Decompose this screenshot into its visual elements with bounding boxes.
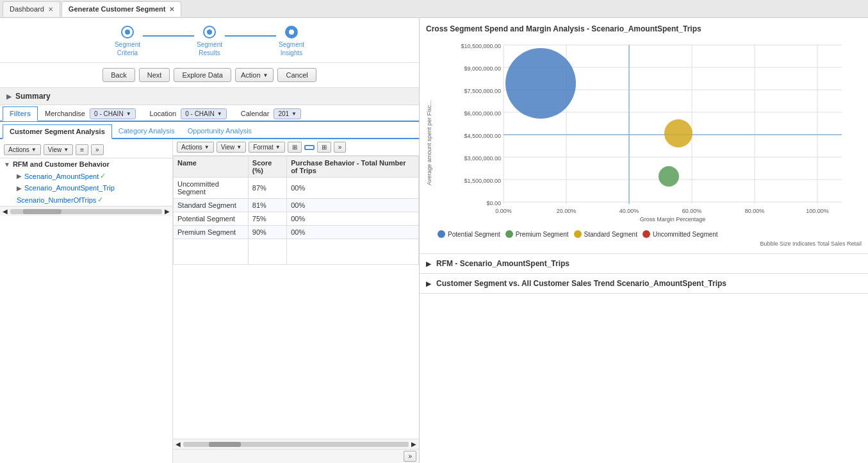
svg-text:Gross Margin Percentage: Gross Margin Percentage xyxy=(640,216,706,223)
legend-label-uncommitted: Uncommitted Segment xyxy=(653,231,718,238)
filter-tab-filters[interactable]: Filters xyxy=(3,106,38,121)
table-view-button[interactable]: View ▼ xyxy=(217,142,246,153)
content-area: Actions ▼ View ▼ ≡ » xyxy=(0,139,419,463)
table-grid-button[interactable]: ⊞ xyxy=(317,142,331,153)
table-row-empty xyxy=(174,239,419,265)
tree-view-button[interactable]: View ▼ xyxy=(44,144,73,155)
table-format-arrow-icon: ▼ xyxy=(275,144,281,150)
filter-tab-calendar[interactable]: Calendar 201 ▼ xyxy=(234,105,308,122)
summary-expand-icon: ▶ xyxy=(6,93,12,100)
svg-text:80.00%: 80.00% xyxy=(745,208,765,214)
table-row: Standard Segment 81% 00% xyxy=(174,199,419,212)
svg-text:$9,000,000.00: $9,000,000.00 xyxy=(464,65,501,72)
tree-child2-expand-icon[interactable]: ▶ xyxy=(17,185,22,192)
explore-data-button[interactable]: Explore Data xyxy=(174,68,231,82)
location-badge[interactable]: 0 - CHAIN ▼ xyxy=(181,108,226,119)
collapsible-trend-label: Customer Segment vs. All Customer Sales … xyxy=(436,279,726,288)
table-hscroll-right-icon[interactable]: ▶ xyxy=(411,441,416,448)
tab-category-analysis[interactable]: Category Analysis xyxy=(112,124,181,139)
tab-generate-segment[interactable]: Generate Customer Segment ✕ xyxy=(61,1,182,17)
filter-tab-merchandise[interactable]: Merchandise 0 - CHAIN ▼ xyxy=(38,105,143,122)
legend-label-potential: Potential Segment xyxy=(448,231,500,238)
tree-lines-button[interactable]: ≡ xyxy=(76,144,88,155)
table-hscroll-thumb[interactable] xyxy=(209,442,241,447)
cancel-button[interactable]: Cancel xyxy=(277,68,316,82)
tab-customer-segment-analysis[interactable]: Customer Segment Analysis xyxy=(3,124,112,139)
table-actions-arrow-icon: ▼ xyxy=(204,144,209,150)
svg-text:$10,500,000.00: $10,500,000.00 xyxy=(461,43,501,49)
table-actions-button[interactable]: Actions ▼ xyxy=(177,142,214,153)
calendar-badge[interactable]: 201 ▼ xyxy=(274,108,301,119)
table-panel: Actions ▼ View ▼ Format ▼ ⊞ xyxy=(173,139,419,463)
cell-score-1: 81% xyxy=(248,199,286,212)
table-hscroll-left-icon[interactable]: ◀ xyxy=(176,441,181,448)
tab-generate-segment-close[interactable]: ✕ xyxy=(169,6,174,13)
cell-empty-1 xyxy=(248,239,286,265)
svg-text:20.00%: 20.00% xyxy=(557,208,577,214)
cell-name-1: Standard Segment xyxy=(174,199,249,212)
legend-dot-potential xyxy=(438,230,445,238)
table-row: Premium Segment 90% 00% xyxy=(174,226,419,239)
table-format-button[interactable]: Format ▼ xyxy=(249,142,285,153)
tab-dashboard[interactable]: Dashboard ✕ xyxy=(3,1,60,17)
tree-expand-all-button[interactable]: » xyxy=(91,144,104,155)
back-button[interactable]: Back xyxy=(102,68,135,82)
filter-tab-location[interactable]: Location 0 - CHAIN ▼ xyxy=(143,105,234,122)
tree-toolbar: Actions ▼ View ▼ ≡ » xyxy=(0,142,172,158)
table-more-button[interactable]: » xyxy=(334,142,347,153)
step-label-insights: SegmentInsights xyxy=(279,40,304,57)
filter-tabs: Filters Merchandise 0 - CHAIN ▼ Location… xyxy=(0,105,419,122)
tree-group-rfm: ▼ RFM and Customer Behavior xyxy=(0,158,172,170)
tree-child-expand-icon[interactable]: ▶ xyxy=(17,173,22,180)
table-export-button[interactable]: ⊞ xyxy=(288,142,302,153)
step-circle-insights xyxy=(285,26,298,38)
merchandise-badge[interactable]: 0 - CHAIN ▼ xyxy=(90,108,135,119)
svg-text:40.00%: 40.00% xyxy=(619,208,639,214)
tree-expand-rfm-icon[interactable]: ▼ xyxy=(4,161,10,168)
tree-item-amount-spent-label[interactable]: Scenario_AmountSpent xyxy=(24,173,99,180)
tree-hscroll-thumb[interactable] xyxy=(23,209,61,214)
right-inner: Cross Segment Spend and Margin Analysis … xyxy=(420,18,868,463)
table-toolbar: Actions ▼ View ▼ Format ▼ ⊞ xyxy=(173,139,419,156)
svg-text:100.00%: 100.00% xyxy=(806,208,829,214)
cell-trips-1: 00% xyxy=(287,199,419,212)
tree-item-amount-spent-trip[interactable]: ▶ Scenario_AmountSpent_Trip xyxy=(13,182,172,194)
table-view-arrow-icon: ▼ xyxy=(236,144,242,150)
step-circle-criteria xyxy=(121,26,134,38)
tree-children: ▶ Scenario_AmountSpent ✓ ▶ Scenario_Amou… xyxy=(0,170,172,206)
tree-item-amount-spent-check-icon: ✓ xyxy=(100,172,106,180)
expand-all-icon: » xyxy=(95,146,99,153)
next-button[interactable]: Next xyxy=(139,68,170,82)
tree-hscroll-right-icon[interactable]: ▶ xyxy=(165,208,170,215)
step-criteria: SegmentCriteria xyxy=(115,26,140,57)
action-button[interactable]: Action ▼ xyxy=(235,68,274,82)
tree-hscroll-left-icon[interactable]: ◀ xyxy=(3,208,8,215)
tree-panel: Actions ▼ View ▼ ≡ » xyxy=(0,139,173,463)
table-bottom-more-button[interactable]: » xyxy=(404,451,416,462)
cell-score-0: 87% xyxy=(248,178,286,199)
tab-dashboard-close[interactable]: ✕ xyxy=(48,6,53,13)
tree-item-amount-spent-trip-label[interactable]: Scenario_AmountSpent_Trip xyxy=(24,184,115,192)
chart-legend: Potential Segment Premium Segment Standa… xyxy=(438,230,862,238)
collapsible-rfm-label: RFM - Scenario_AmountSpent_Trips xyxy=(436,259,569,268)
tree-actions-button[interactable]: Actions ▼ xyxy=(4,144,41,155)
more-icon: » xyxy=(338,144,342,151)
cell-empty-0 xyxy=(174,239,249,265)
collapsible-trend[interactable]: ▶ Customer Segment vs. All Customer Sale… xyxy=(420,274,868,294)
tree-item-number-of-trips-label[interactable]: Scenario_NumberOfTrips xyxy=(17,196,96,204)
svg-text:$0.00: $0.00 xyxy=(486,200,501,206)
summary-bar[interactable]: ▶ Summary xyxy=(0,88,419,105)
table-view-toggle-button[interactable] xyxy=(304,145,315,150)
tree-item-amount-spent[interactable]: ▶ Scenario_AmountSpent ✓ xyxy=(13,170,172,182)
col-header-trips: Purchase Behavior - Total Number of Trip… xyxy=(287,156,419,178)
legend-item-uncommitted: Uncommitted Segment xyxy=(643,230,718,238)
step-line-2 xyxy=(225,35,276,37)
table-hscroll[interactable]: ◀ ▶ xyxy=(173,439,419,449)
tab-opportunity-analysis[interactable]: Opportunity Analysis xyxy=(181,124,258,139)
collapsible-rfm[interactable]: ▶ RFM - Scenario_AmountSpent_Trips xyxy=(420,254,868,274)
tree-hscroll[interactable]: ◀ ▶ xyxy=(0,206,172,216)
step-label-criteria: SegmentCriteria xyxy=(115,40,140,57)
tree-item-number-of-trips[interactable]: Scenario_NumberOfTrips ✓ xyxy=(13,194,172,206)
cell-trips-2: 00% xyxy=(287,212,419,226)
chart-container: Average amount spent per Fisc... $10,500… xyxy=(426,38,862,247)
